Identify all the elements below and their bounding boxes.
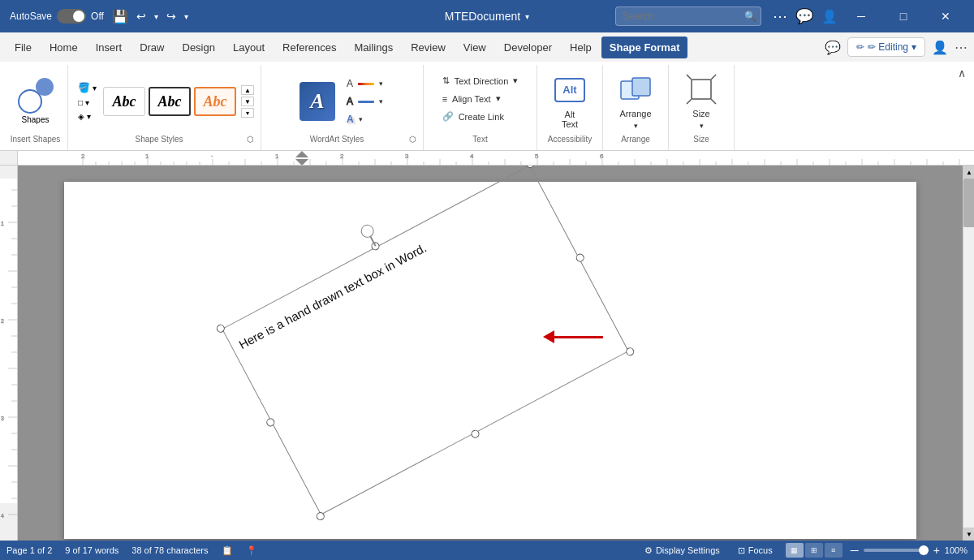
char-count: 38 of 78 characters <box>131 545 208 555</box>
undo-dropdown-icon[interactable]: ▾ <box>154 12 158 21</box>
track-changes-icon[interactable]: 📍 <box>246 545 257 556</box>
menu-file[interactable]: File <box>6 37 40 58</box>
svg-text:3: 3 <box>1 416 4 421</box>
scroll-down-arrow[interactable]: ▼ <box>241 97 254 106</box>
scroll-expand-arrow[interactable]: ▾ <box>241 108 254 118</box>
autosave-label: AutoSave <box>10 11 52 22</box>
menu-mailings[interactable]: Mailings <box>347 37 402 58</box>
shape-style-2[interactable]: Abc <box>149 87 191 116</box>
scroll-down-button[interactable]: ▼ <box>963 528 974 541</box>
zoom-slider[interactable] <box>864 549 929 552</box>
menu-shapeformat[interactable]: Shape Format <box>601 37 688 58</box>
ribbon-group-text: ⇅ Text Direction ▾ ≡ Align Text ▾ 🔗 Crea… <box>424 65 537 150</box>
menu-references[interactable]: References <box>274 37 344 58</box>
menu-view[interactable]: View <box>455 37 494 58</box>
menu-insert[interactable]: Insert <box>88 37 131 58</box>
shape-style-1[interactable]: Abc <box>103 87 145 116</box>
size-button[interactable]: Size ▾ <box>675 69 727 134</box>
undo-icon[interactable]: ↩ <box>136 10 146 23</box>
proofing-icon[interactable]: 📋 <box>222 545 233 556</box>
focus-button[interactable]: ⊡ Focus <box>733 544 778 558</box>
insert-shapes-label: Insert Shapes <box>10 135 61 147</box>
scroll-track[interactable] <box>963 179 974 528</box>
shape-styles-content: 🪣 ▾ □ ▾ ◈ ▾ Abc Abc Abc ▲ ▼ <box>75 68 254 135</box>
text-effects-button[interactable]: A ▾ <box>342 111 388 127</box>
text-direction-button[interactable]: ⇅ Text Direction ▾ <box>437 73 524 88</box>
shape-fill-button[interactable]: 🪣 ▾ <box>75 80 100 95</box>
menu-design[interactable]: Design <box>175 37 223 58</box>
redo-icon[interactable]: ↪ <box>166 10 176 23</box>
menu-developer[interactable]: Developer <box>496 37 560 58</box>
doc-dropdown-icon[interactable]: ▾ <box>525 12 529 21</box>
text-effects-dropdown-icon: ▾ <box>359 115 363 123</box>
more-menu-icon[interactable]: ⋯ <box>955 40 968 55</box>
create-link-button[interactable]: 🔗 Create Link <box>437 109 509 124</box>
align-text-button[interactable]: ≡ Align Text ▾ <box>437 91 506 106</box>
scroll-thumb[interactable] <box>963 179 974 227</box>
menu-layout[interactable]: Layout <box>225 37 273 58</box>
vertical-scrollbar[interactable]: ▲ ▼ <box>963 166 974 541</box>
comments-menu-icon[interactable]: 💬 <box>825 40 841 55</box>
scroll-up-arrow[interactable]: ▲ <box>241 85 254 95</box>
svg-text:·: · <box>211 153 213 160</box>
text-outline-color-bar <box>358 101 374 103</box>
editing-button[interactable]: ✏ ✏ Editing ▾ <box>847 37 925 57</box>
zoom-level: 100% <box>945 545 968 555</box>
wordart-expand-icon[interactable]: ⬡ <box>409 135 416 144</box>
ribbon-icon[interactable]: ⋯ <box>773 7 787 25</box>
ribbon-group-accessibility: Alt AltText Accessibility <box>537 65 603 150</box>
status-bar-right: ⚙ Display Settings ⊡ Focus ▦ ⊞ ≡ ─ + 100… <box>640 543 968 558</box>
share-icon[interactable]: 👤 <box>821 9 838 24</box>
menu-draw[interactable]: Draw <box>131 37 172 58</box>
arrange-label: Arrange <box>610 135 662 147</box>
svg-line-8 <box>711 99 716 104</box>
insert-shapes-content: Shapes <box>11 68 60 135</box>
shape-outline-button[interactable]: □ ▾ <box>75 97 100 109</box>
text-outline-button[interactable]: A ▾ <box>342 93 388 110</box>
size-group-label: Size <box>675 135 727 147</box>
alt-text-label: AltText <box>562 110 578 129</box>
print-layout-button[interactable]: ▦ <box>786 543 804 558</box>
svg-text:Alt: Alt <box>562 84 577 96</box>
menu-bar: File Home Insert Draw Design Layout Refe… <box>0 32 974 62</box>
alt-text-button[interactable]: Alt AltText <box>544 69 596 134</box>
zoom-plus-button[interactable]: + <box>933 544 940 557</box>
align-text-label: Align Text <box>452 94 491 104</box>
shape-effects-button[interactable]: ◈ ▾ <box>75 110 100 123</box>
menu-home[interactable]: Home <box>41 37 86 58</box>
textbox-container[interactable]: Here is a hand drawn text box in Word. <box>251 210 600 494</box>
rotate-handle[interactable] <box>359 222 377 240</box>
save-icon[interactable]: 💾 <box>112 9 128 24</box>
display-settings-button[interactable]: ⚙ Display Settings <box>640 544 725 558</box>
share-menu-icon[interactable]: 👤 <box>932 40 948 55</box>
arrange-button[interactable]: Arrange ▾ <box>610 69 662 134</box>
comments-icon[interactable]: 💬 <box>795 7 813 25</box>
customize-qat-icon[interactable]: ▾ <box>184 12 188 21</box>
accessibility-content: Alt AltText <box>544 68 596 135</box>
scroll-up-button[interactable]: ▲ <box>963 166 974 179</box>
shapes-icon <box>18 78 54 114</box>
restore-button[interactable]: □ <box>885 0 922 32</box>
search-input[interactable] <box>615 6 761 26</box>
menu-help[interactable]: Help <box>562 37 600 58</box>
editing-dropdown-icon: ▾ <box>912 41 916 53</box>
minimize-button[interactable]: ─ <box>843 0 880 32</box>
arrange-label: Arrange <box>619 109 651 118</box>
close-button[interactable]: ✕ <box>927 0 964 32</box>
shapes-button[interactable]: Shapes <box>11 71 60 131</box>
shape-style-3[interactable]: Abc <box>194 87 236 116</box>
ribbon-collapse-button[interactable]: ∧ <box>953 65 971 150</box>
text-fill-button[interactable]: A ▾ <box>342 75 388 92</box>
autosave-toggle[interactable] <box>57 9 86 24</box>
web-layout-button[interactable]: ⊞ <box>805 543 823 558</box>
shape-styles-expand-icon[interactable]: ⬡ <box>247 135 254 144</box>
zoom-minus-button[interactable]: ─ <box>851 544 859 557</box>
editing-pencil-icon: ✏ <box>856 41 864 53</box>
wordart-styles-button[interactable]: A <box>296 79 338 124</box>
svg-text:2: 2 <box>340 153 344 160</box>
menu-review[interactable]: Review <box>403 37 454 58</box>
read-mode-button[interactable]: ≡ <box>825 543 843 558</box>
svg-line-6 <box>711 75 716 80</box>
document-area[interactable]: Here is a hand drawn text box in Word. <box>18 166 963 541</box>
outline-icon: □ <box>78 98 83 107</box>
